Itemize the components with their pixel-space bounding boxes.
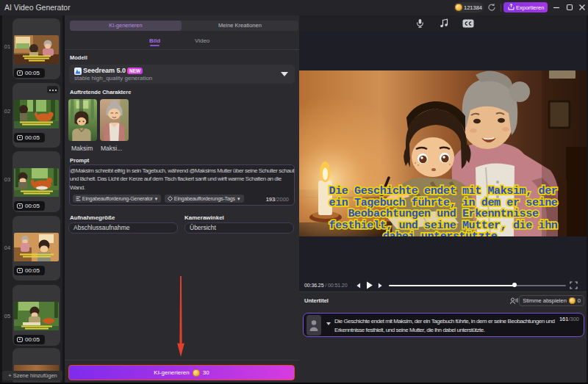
svg-text:Die Geschichte endet mit Maksi: Die Geschichte endet mit Maksim, der [329, 185, 558, 197]
svg-text:dabei unterstützte.: dabei unterstützte. [383, 231, 503, 236]
svg-text:festhielt, und seine Mutter, d: festhielt, und seine Mutter, die ihn [329, 220, 558, 231]
svg-text:ein Tagebuch führte, in dem er: ein Tagebuch führte, in dem er seine [329, 197, 558, 209]
svg-text:Beobachtungen und Erkenntnisse: Beobachtungen und Erkenntnisse [348, 208, 538, 220]
